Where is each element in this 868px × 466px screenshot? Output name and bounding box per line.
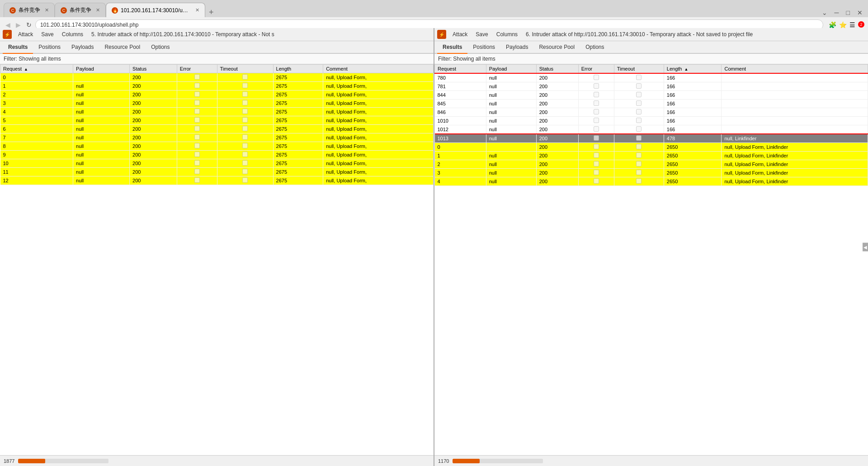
left-table-container[interactable]: Request ▲ Payload Status Error Timeout L… (0, 64, 434, 455)
table-row[interactable]: 9 null 200 2675 null, Upload Form, (0, 151, 434, 159)
right-col-length[interactable]: Length ▲ (664, 65, 722, 74)
table-row[interactable]: 781 null 200 166 (435, 82, 868, 91)
right-col-error[interactable]: Error (578, 65, 614, 74)
left-col-request[interactable]: Request ▲ (0, 65, 73, 73)
table-row[interactable]: 844 null 200 166 (435, 91, 868, 100)
left-tab-results[interactable]: Results (3, 41, 33, 54)
right-col-status[interactable]: Status (536, 65, 578, 74)
left-col-error[interactable]: Error (177, 65, 217, 73)
cell-payload: null (486, 125, 536, 134)
cell-error (177, 168, 217, 176)
table-row[interactable]: 2 null 200 2650 null, Upload Form, Linkf… (435, 160, 868, 169)
table-row[interactable]: 4 null 200 2650 null, Upload Form, Linkf… (435, 177, 868, 186)
tab-1[interactable]: C 条件竞争 ✕ (4, 3, 55, 17)
left-progress-bar (18, 459, 45, 463)
tab-list-button[interactable]: ⌄ (820, 8, 829, 17)
right-tab-positions[interactable]: Positions (467, 41, 500, 54)
table-row[interactable]: 4 null 200 2675 null, Upload Form, (0, 108, 434, 116)
left-tab-positions[interactable]: Positions (33, 41, 66, 54)
cell-timeout (614, 117, 664, 125)
tab-2[interactable]: C 条件竞争 ✕ (55, 3, 106, 17)
table-row[interactable]: 1 null 200 2675 null, Upload Form, (0, 82, 434, 90)
maximize-button[interactable]: □ (844, 8, 852, 17)
table-row[interactable]: 1 null 200 2650 null, Upload Form, Linkf… (435, 152, 868, 160)
left-columns-button[interactable]: Columns (60, 30, 85, 38)
left-col-length[interactable]: Length (273, 65, 323, 73)
right-table-header: Request Payload Status Error Timeout Len… (435, 65, 868, 74)
table-row[interactable]: 12 null 200 2675 null, Upload Form, (0, 176, 434, 185)
table-row[interactable]: 780 null 200 166 (435, 73, 868, 82)
cell-request: 6 (0, 125, 73, 133)
new-tab-button[interactable]: + (207, 8, 216, 17)
cell-error (578, 143, 614, 152)
table-row[interactable]: 1010 null 200 166 (435, 117, 868, 125)
minimize-button[interactable]: ─ (833, 8, 841, 17)
tab-3-close[interactable]: ✕ (195, 7, 199, 13)
cell-payload: null (73, 90, 130, 99)
browser-action-icons: 🧩 ⭐ ☰ 2 (829, 21, 864, 29)
right-save-button[interactable]: Save (474, 30, 490, 38)
close-window-button[interactable]: ✕ (855, 8, 864, 17)
cell-length: 2675 (273, 90, 323, 99)
right-col-request[interactable]: Request (435, 65, 486, 74)
cell-payload (486, 143, 536, 152)
cell-error (177, 133, 217, 142)
left-col-payload[interactable]: Payload (73, 65, 130, 73)
table-row[interactable]: 10 null 200 2675 null, Upload Form, (0, 159, 434, 168)
left-col-status[interactable]: Status (130, 65, 177, 73)
table-row[interactable]: 3 null 200 2650 null, Upload Form, Linkf… (435, 169, 868, 177)
left-col-comment[interactable]: Comment (323, 65, 434, 73)
table-row[interactable]: 11 null 200 2675 null, Upload Form, (0, 168, 434, 176)
left-toolbar-title: 5. Intruder attack of http://101.200.161… (91, 31, 431, 38)
table-row[interactable]: 5 null 200 2675 null, Upload Form, (0, 116, 434, 125)
cell-status: 200 (130, 142, 177, 151)
right-tab-payloads[interactable]: Payloads (500, 41, 533, 54)
cell-timeout (614, 169, 664, 177)
cell-timeout (614, 125, 664, 134)
table-row[interactable]: 0 200 2675 null, Upload Form, (0, 73, 434, 82)
right-table-container[interactable]: Request Payload Status Error Timeout Len… (434, 64, 868, 455)
table-row[interactable]: 8 null 200 2675 null, Upload Form, (0, 142, 434, 151)
right-tab-options[interactable]: Options (580, 41, 609, 54)
table-row[interactable]: 1012 null 200 166 (435, 125, 868, 134)
tab-controls: ⌄ ─ □ ✕ (820, 8, 864, 17)
tab-3-title: 101.200.161.174:30010/upload/s... (121, 7, 191, 14)
tab-2-favicon: C (61, 7, 67, 14)
menu-icon[interactable]: ☰ (849, 21, 855, 29)
bookmark-icon[interactable]: ⭐ (839, 21, 847, 29)
right-col-comment[interactable]: Comment (722, 65, 868, 74)
right-col-payload[interactable]: Payload (486, 65, 536, 74)
cell-comment: null, Upload Form, Linkfinder (722, 177, 868, 186)
table-row[interactable]: 0 200 2650 null, Upload Form, Linkfinder (435, 143, 868, 152)
right-attack-button[interactable]: Attack (451, 30, 469, 38)
right-tab-resource-pool[interactable]: Resource Pool (533, 41, 580, 54)
cell-status: 200 (536, 82, 578, 91)
cell-request: 1013 (435, 134, 486, 143)
left-attack-button[interactable]: Attack (16, 30, 35, 38)
table-row[interactable]: 846 null 200 166 (435, 108, 868, 117)
cell-length: 166 (664, 108, 722, 117)
cell-length: 2675 (273, 73, 323, 82)
right-tab-results[interactable]: Results (437, 41, 467, 54)
cell-timeout (217, 133, 273, 142)
tab-3[interactable]: 🔥 101.200.161.174:30010/upload/s... ✕ (106, 3, 205, 17)
selected-table-row[interactable]: 1013 null 200 478 null, Linkfinder (435, 134, 868, 143)
right-columns-button[interactable]: Columns (495, 30, 519, 38)
table-row[interactable]: 2 null 200 2675 null, Upload Form, (0, 90, 434, 99)
left-save-button[interactable]: Save (39, 30, 55, 38)
extensions-icon[interactable]: 🧩 (829, 21, 836, 29)
left-tab-resource-pool[interactable]: Resource Pool (99, 41, 146, 54)
table-row[interactable]: 7 null 200 2675 null, Upload Form, (0, 133, 434, 142)
tab-2-close[interactable]: ✕ (96, 7, 100, 13)
right-col-timeout[interactable]: Timeout (614, 65, 664, 74)
table-row[interactable]: 845 null 200 166 (435, 100, 868, 108)
collapse-panel-icon[interactable]: ◀ (863, 243, 868, 252)
left-tab-payloads[interactable]: Payloads (66, 41, 99, 54)
table-row[interactable]: 6 null 200 2675 null, Upload Form, (0, 125, 434, 133)
cell-length: 166 (664, 82, 722, 91)
left-col-timeout[interactable]: Timeout (217, 65, 273, 73)
table-row[interactable]: 3 null 200 2675 null, Upload Form, (0, 99, 434, 108)
cell-timeout (217, 116, 273, 125)
left-tab-options[interactable]: Options (146, 41, 175, 54)
tab-1-close[interactable]: ✕ (45, 7, 49, 13)
